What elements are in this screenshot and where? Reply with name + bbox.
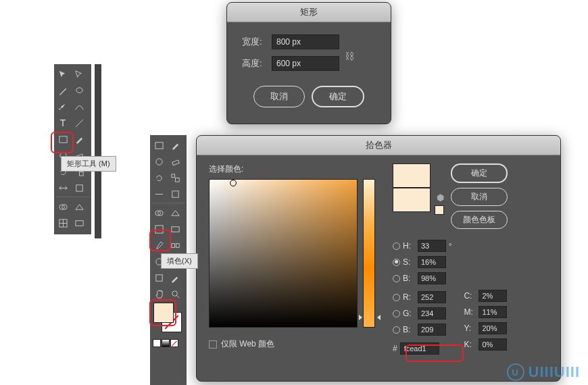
shaper-tool-2[interactable] [151,154,166,169]
h-input[interactable] [418,240,446,252]
svg-rect-7 [76,184,82,190]
svg-rect-24 [171,243,174,247]
hex-input[interactable] [400,342,439,355]
width-input[interactable] [272,34,339,49]
picker-cancel[interactable]: 取消 [451,188,508,206]
mini-color[interactable] [153,339,161,347]
hue-indicator [362,315,378,319]
radio-r[interactable] [393,294,400,301]
selection-tool[interactable] [55,67,70,82]
nearest-swatch[interactable] [435,205,444,215]
svg-point-15 [155,158,162,164]
zoom-tool[interactable] [168,286,182,301]
artboard-tool[interactable] [151,270,166,285]
web-only-checkbox[interactable] [209,340,217,349]
svg-rect-13 [75,220,82,226]
fill-stroke-swatch[interactable] [152,301,183,335]
y-input[interactable] [479,322,507,334]
hue-strip[interactable] [363,179,375,328]
svg-rect-18 [175,178,179,182]
eraser-tool-2[interactable] [168,154,182,169]
radio-s[interactable] [393,259,400,266]
svg-point-0 [76,87,82,93]
transform-tool-2[interactable] [168,186,182,201]
perspective-tool[interactable] [72,199,87,214]
shape-builder-tool[interactable] [55,199,70,214]
width-label: 宽度: [242,36,266,48]
pen-tool[interactable] [55,99,70,114]
radio-h[interactable] [393,242,400,250]
type-tool[interactable]: T [55,116,70,130]
perspective-2[interactable] [168,205,182,220]
svg-rect-17 [171,174,174,177]
mini-gradient[interactable] [162,339,170,347]
slice-tool[interactable] [168,270,182,285]
gradient-tool-2[interactable] [168,222,182,236]
svg-rect-30 [155,274,162,280]
svg-rect-23 [171,226,178,232]
radio-b2[interactable] [393,326,400,334]
mesh-tool-2[interactable] [151,222,166,236]
g-input[interactable] [418,307,446,319]
color-picker-dialog: 拾色器 选择颜色: 仅限 Web 颜色 [196,135,561,382]
magic-wand-tool[interactable] [55,83,70,98]
link-constrain-icon[interactable]: ⛓ [345,51,354,61]
watermark: U UIIIUIII [507,363,580,381]
web-only-label: 仅限 Web 颜色 [221,338,274,350]
color-picker-title: 拾色器 [197,136,560,155]
mini-none[interactable] [170,339,178,347]
ok-button[interactable]: 确定 [312,86,364,107]
fill-tooltip: 填色(X) [161,253,198,269]
rectangle-dialog-title: 矩形 [227,3,391,22]
svg-rect-16 [172,160,178,165]
saturation-value-box[interactable] [209,179,358,328]
gradient-tool[interactable] [72,215,87,230]
r-input[interactable] [418,291,446,303]
brush-tool[interactable] [72,132,87,147]
line-tool[interactable] [72,116,87,130]
s-input[interactable] [418,256,446,268]
eyedropper-tool[interactable] [151,238,166,253]
c-input[interactable] [479,290,507,302]
picker-ok[interactable]: 确定 [451,163,508,183]
height-input[interactable] [272,56,339,71]
width-tool-2[interactable] [151,186,166,201]
toolbar-small: T [54,64,91,234]
svg-rect-19 [172,190,178,197]
shape-builder-2[interactable] [151,205,166,220]
hand-tool[interactable] [151,286,166,301]
free-transform-tool[interactable] [72,180,87,195]
old-color-swatch[interactable] [393,188,431,212]
picker-swatches[interactable]: 颜色色板 [451,211,508,229]
blend-tool[interactable] [168,238,182,253]
b-input[interactable] [418,272,446,284]
svg-rect-14 [155,142,162,148]
lasso-tool[interactable] [72,83,87,98]
rectangle-tool-2[interactable] [151,138,166,153]
svg-point-31 [172,290,177,296]
cancel-button[interactable]: 取消 [253,86,305,107]
rotate-tool-2[interactable] [151,170,166,185]
new-color-swatch [393,163,431,188]
m-input[interactable] [479,306,507,318]
mesh-tool[interactable] [55,215,70,230]
brush-tool-2[interactable] [168,138,182,153]
radio-b[interactable] [393,275,400,282]
rectangle-tool[interactable] [55,132,70,147]
svg-rect-25 [176,243,179,247]
rectangle-tool-tooltip: 矩形工具 (M) [61,156,116,172]
svg-rect-22 [155,225,162,232]
fill-swatch[interactable] [153,303,174,323]
rectangle-dialog: 矩形 宽度: 高度: ⛓ 取消 确定 [226,2,391,124]
scale-tool-2[interactable] [168,170,182,185]
sv-cursor [230,180,237,186]
b2-input[interactable] [418,324,446,336]
svg-line-32 [176,295,179,298]
curvature-tool[interactable] [72,99,87,114]
svg-rect-2 [59,136,66,142]
cube-icon: ⬢ [437,192,444,203]
radio-g[interactable] [393,310,400,317]
k-input[interactable] [479,338,507,351]
direct-select-tool[interactable] [72,67,87,82]
width-tool[interactable] [55,180,70,195]
